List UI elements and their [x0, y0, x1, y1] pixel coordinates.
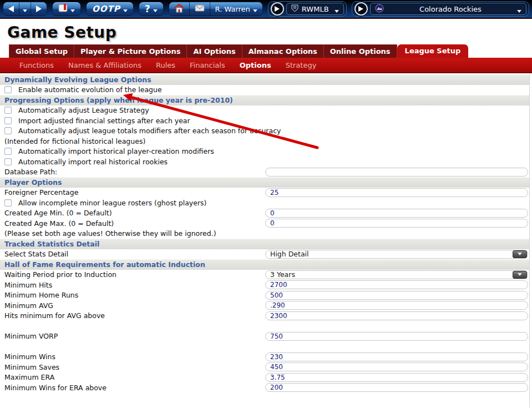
- manual-book-icon: [58, 4, 68, 14]
- checkbox-label: Import adjusted financial settings after…: [18, 117, 190, 125]
- subnav-financials[interactable]: Financials: [183, 61, 232, 69]
- minimum-saves-input[interactable]: [265, 362, 528, 371]
- mail-icon: [195, 4, 205, 13]
- chevron-down-icon: [518, 273, 522, 276]
- team-selector[interactable]: Colorado Rockies: [370, 3, 526, 15]
- foreigner-percentage-input[interactable]: [265, 188, 528, 197]
- checkbox-import-real-rookies[interactable]: [4, 158, 12, 165]
- chevron-down-icon: [23, 9, 27, 12]
- messages-button[interactable]: [189, 2, 210, 16]
- league-selector-group: RWMLB: [268, 1, 347, 17]
- section-progressing-options: Progressing Options (apply when league y…: [0, 95, 529, 105]
- minimum-wins-input[interactable]: [265, 352, 528, 361]
- row-adjust-league-strategy: Automatically adjust League Strategy: [0, 105, 529, 116]
- league-name: RWMLB: [302, 5, 329, 13]
- checkbox-label: Allow incomplete minor league rosters (g…: [18, 199, 206, 207]
- waiting-period-select[interactable]: 3 Years: [265, 270, 528, 279]
- section-title: Player Options: [0, 178, 62, 187]
- checkbox-import-creation-modifiers[interactable]: [4, 148, 12, 155]
- created-age-max-input[interactable]: [265, 219, 528, 228]
- stats-detail-select[interactable]: High Detail: [265, 250, 528, 259]
- subnav-options[interactable]: Options: [232, 61, 278, 69]
- user-menu-button[interactable]: R. Warren: [210, 2, 262, 16]
- maximum-era-input[interactable]: [265, 373, 528, 382]
- tab-online-options[interactable]: Online Options: [324, 44, 397, 58]
- forward-button[interactable]: [31, 2, 47, 16]
- subnav-names-affiliations[interactable]: Names & Affiliations: [61, 61, 149, 69]
- history-nav-group: [3, 2, 47, 16]
- database-path-input[interactable]: [265, 168, 528, 177]
- tab-global-setup[interactable]: Global Setup: [9, 44, 74, 58]
- back-button[interactable]: [3, 2, 19, 16]
- help-icon: ?: [145, 3, 150, 14]
- top-toolbar: OOTP ? R. Warren RWMLB: [0, 0, 532, 19]
- subnav-rules[interactable]: Rules: [149, 61, 183, 69]
- minimum-avg-input[interactable]: [265, 301, 528, 310]
- field-label: Created Age Max. (0 = Default): [0, 219, 114, 228]
- row-maximum-era: Maximum ERA: [0, 372, 529, 383]
- row-minimum-home-runs: Minimum Home Runs: [0, 290, 529, 301]
- home-icon: [174, 4, 184, 14]
- subnav-functions[interactable]: Functions: [12, 61, 61, 69]
- field-label: Minimum Hits: [0, 281, 52, 289]
- league-go-button[interactable]: [271, 2, 284, 16]
- team-go-button[interactable]: [354, 2, 368, 16]
- chevron-down-icon: [335, 10, 339, 13]
- dropdown-button[interactable]: [513, 250, 527, 258]
- row-fictional-note: (Intended for fictional historical leagu…: [0, 136, 529, 147]
- hits-minimum-avg-input[interactable]: [265, 311, 528, 320]
- subnav-strategy[interactable]: Strategy: [278, 61, 324, 69]
- history-dropdown-button[interactable]: [19, 2, 31, 16]
- row-hits-minimum-avg: Hits minimum for AVG above: [0, 311, 529, 321]
- field-label: Waiting Period prior to Induction: [0, 270, 116, 279]
- ootp-menu-button[interactable]: OOTP: [86, 2, 134, 16]
- section-tracked-statistics: Tracked Statistics Detail: [0, 239, 529, 249]
- tab-player-picture-options[interactable]: Player & Picture Options: [74, 44, 187, 58]
- team-selector-group: Colorado Rockies: [352, 1, 529, 17]
- row-minimum-hits: Minimum Hits: [0, 280, 529, 290]
- tab-league-setup[interactable]: League Setup: [397, 44, 469, 58]
- back-icon: [8, 6, 14, 12]
- checkbox-adjust-league-strategy[interactable]: [4, 107, 12, 114]
- ootp-logo: OOTP: [92, 4, 120, 14]
- home-button[interactable]: [169, 2, 189, 16]
- checkbox-label: Enable automatic evolution of the league: [18, 85, 162, 94]
- checkbox-label: Automatically adjust League Strategy: [18, 106, 149, 114]
- checkbox-label: Automatically import real historical roo…: [18, 158, 168, 166]
- row-age-values-note: (Please set both age values! Otherwise t…: [0, 229, 529, 239]
- checkbox-label: Automatically import historical player-c…: [18, 147, 214, 155]
- dropdown-button[interactable]: [513, 271, 527, 279]
- minimum-hits-input[interactable]: [265, 280, 528, 289]
- checkbox-adjust-league-totals[interactable]: [4, 127, 12, 134]
- checkbox-enable-auto-evolution[interactable]: [4, 86, 12, 93]
- checkbox-import-financial-settings[interactable]: [4, 117, 12, 124]
- team-logo-icon: [375, 4, 384, 14]
- help-menu-button[interactable]: ?: [139, 2, 164, 16]
- checkbox-allow-ghost-players[interactable]: [4, 199, 12, 206]
- section-title: Dynamically Evolving League Options: [0, 75, 151, 84]
- chevron-down-icon: [518, 253, 522, 255]
- chevron-down-icon: [70, 9, 75, 12]
- tab-almanac-options[interactable]: Almanac Options: [242, 44, 324, 58]
- section-dynamically-evolving: Dynamically Evolving League Options: [0, 74, 529, 85]
- chevron-down-icon: [253, 9, 257, 12]
- field-label: Minimum Wins for ERA above: [0, 384, 107, 392]
- manual-menu-button[interactable]: [52, 2, 81, 16]
- field-label: Hits minimum for AVG above: [0, 311, 105, 320]
- user-name: R. Warren: [215, 5, 250, 13]
- row-minimum-vorp: Minimum VORP: [0, 331, 529, 342]
- field-label: Select Stats Detail: [0, 250, 68, 258]
- chevron-down-icon: [153, 9, 158, 12]
- subnav-bar: Functions Names & Affiliations Rules Fin…: [0, 58, 532, 73]
- minimum-home-runs-input[interactable]: [265, 291, 528, 300]
- section-title: Progressing Options (apply when league y…: [0, 96, 233, 104]
- options-form: Dynamically Evolving League Options Enab…: [0, 74, 530, 407]
- minimum-wins-era-input[interactable]: [265, 383, 528, 392]
- created-age-min-input[interactable]: [265, 209, 528, 218]
- tab-bar: Global Setup Player & Picture Options AI…: [9, 44, 468, 58]
- league-selector[interactable]: RWMLB: [286, 3, 344, 15]
- tab-ai-options[interactable]: AI Options: [187, 44, 242, 58]
- field-label: Database Path:: [0, 168, 57, 176]
- row-minimum-saves: Minimum Saves: [0, 362, 529, 372]
- minimum-vorp-input[interactable]: [265, 332, 528, 341]
